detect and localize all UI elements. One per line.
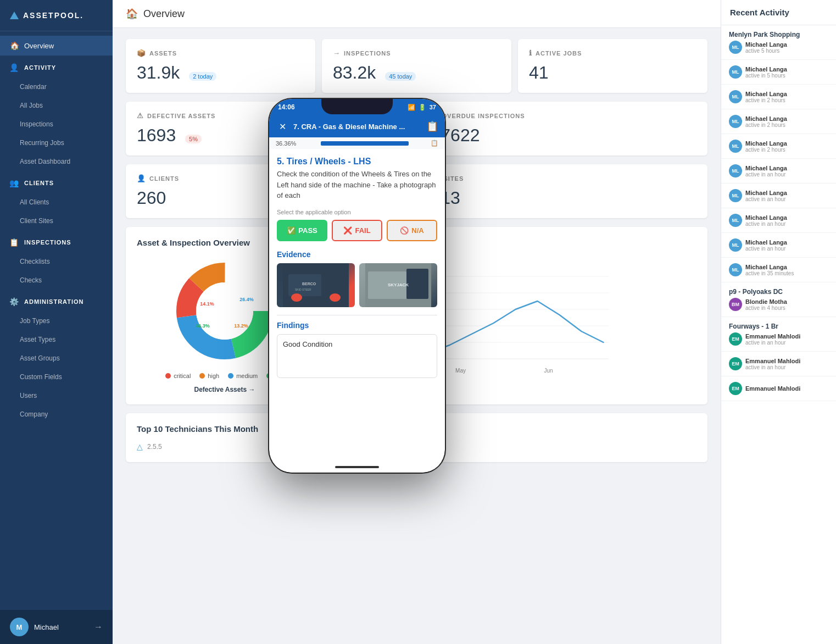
sidebar-item-asset-groups[interactable]: Asset Groups — [0, 349, 113, 368]
phone-options-row: ✅ PASS ❌ FAIL 🚫 N/A — [277, 220, 437, 241]
activity-user-row-0: ML Michael Langa active 5 hours — [729, 41, 828, 54]
app-container: ASSETPOOL. 🏠 Overview 👤 ACTIVITY Calenda… — [0, 0, 836, 644]
phone-fail-button[interactable]: ❌ FAIL — [332, 220, 382, 241]
sidebar-item-inspections[interactable]: Inspections — [0, 115, 113, 134]
phone-evidence-img-1: BERCO SKID STEER — [277, 263, 355, 307]
fail-label: FAIL — [355, 226, 370, 235]
legend-critical: critical — [165, 373, 191, 379]
admin-icon: ⚙️ — [10, 297, 19, 306]
phone-na-button[interactable]: 🚫 N/A — [387, 220, 437, 241]
sidebar-item-company[interactable]: Company — [0, 405, 113, 424]
na-icon: 🚫 — [400, 226, 409, 235]
sidebar-item-all-jobs[interactable]: All Jobs — [0, 96, 113, 115]
phone-section-title: 5. Tires / Wheels - LHS — [277, 157, 437, 166]
label-medium: 26.4% — [239, 297, 254, 302]
activity-avatar-4: ML — [729, 140, 742, 153]
sidebar-item-users[interactable]: Users — [0, 386, 113, 405]
logout-button[interactable]: → — [94, 622, 103, 632]
activity-avatar-0: ML — [729, 41, 742, 54]
sidebar-item-checks[interactable]: Checks — [0, 271, 113, 290]
activity-avatar-9: ML — [729, 263, 742, 276]
activity-avatar-5: ML — [729, 164, 742, 177]
activity-item-11: Fourways - 1 Br EM Emmanuel Mahlodi acti… — [721, 317, 836, 352]
stat-card-overdue: → OVERDUE INSPECTIONS 17622 — [420, 102, 708, 156]
x-label-jun: Jun — [544, 368, 553, 374]
home-icon: 🏠 — [10, 41, 19, 50]
activity-time-2: active in 2 hours — [745, 97, 787, 103]
sidebar-section-inspections: 📋 INSPECTIONS — [0, 230, 113, 252]
activity-user-info-3: Michael Langa active in 2 hours — [745, 115, 787, 128]
activity-item-8: ML Michael Langa active in an hour — [721, 233, 836, 258]
activity-item-6: ML Michael Langa active in an hour — [721, 184, 836, 208]
legend-dot-high — [199, 373, 205, 379]
activity-avatar-8: ML — [729, 238, 742, 252]
clients-stat-icon: 👤 — [137, 174, 146, 182]
phone-progress-text: 36.36% 📋 — [269, 137, 445, 149]
phone-notch — [321, 99, 393, 114]
inspections-icon: 📋 — [10, 238, 19, 247]
sidebar-item-all-clients[interactable]: All Clients — [0, 193, 113, 212]
label-high: 13.2% — [234, 323, 248, 329]
battery-icon: 🔋 — [419, 104, 426, 111]
phone-evidence-title: Evidence — [277, 250, 437, 259]
sites-label: 📍 SITES — [431, 174, 697, 182]
phone-findings-input[interactable]: Good Condition — [277, 334, 437, 378]
activity-user-name-8: Michael Langa — [745, 239, 787, 246]
activity-time-9: active in 35 minutes — [745, 270, 794, 276]
legend-high: high — [199, 373, 219, 379]
activity-header: Recent Activity — [721, 0, 836, 25]
stat-card-active-jobs: ℹ ACTIVE JOBS 41 — [518, 39, 707, 93]
sidebar-footer: M Michael → — [0, 610, 113, 644]
phone-home-indicator — [269, 462, 445, 473]
assets-icon: 📦 — [137, 49, 146, 57]
sites-value: 713 — [431, 188, 697, 208]
phone-close-button[interactable]: ✕ — [276, 120, 289, 133]
sidebar-item-checklists[interactable]: Checklists — [0, 252, 113, 271]
sidebar-item-client-sites[interactable]: Client Sites — [0, 212, 113, 230]
clients-section-label: CLIENTS — [24, 180, 54, 186]
activity-user-name-2: Michael Langa — [745, 91, 787, 97]
activity-item-5: ML Michael Langa active in an hour — [721, 159, 836, 184]
activity-user-name-3: Michael Langa — [745, 115, 787, 122]
sidebar-item-recurring-jobs[interactable]: Recurring Jobs — [0, 134, 113, 152]
activity-user-info-6: Michael Langa active in an hour — [745, 190, 787, 202]
inspections-stat-icon: → — [333, 49, 341, 57]
phone-divider — [277, 315, 437, 315]
calendar-label: Calendar — [20, 83, 47, 91]
phone-body: 5. Tires / Wheels - LHS Check the condit… — [269, 149, 445, 462]
checklists-label: Checklists — [20, 258, 50, 265]
inspections-label: Inspections — [20, 120, 53, 128]
legend-dot-critical — [165, 373, 171, 379]
activity-user-row-5: ML Michael Langa active in an hour — [729, 164, 828, 177]
activity-item-9: ML Michael Langa active in 35 minutes — [721, 258, 836, 282]
activity-user-info-0: Michael Langa active 5 hours — [745, 41, 787, 54]
machine-svg-1: BERCO SKID STEER — [277, 263, 355, 307]
phone-progress-bar-fill — [321, 141, 409, 146]
defective-assets-link[interactable]: Defective Assets → — [194, 386, 255, 393]
phone-menu-icon[interactable]: 📋 — [426, 120, 438, 132]
svg-rect-3 — [330, 293, 341, 302]
sidebar-item-job-types[interactable]: Job Types — [0, 312, 113, 330]
activity-user-row-8: ML Michael Langa active in an hour — [729, 238, 828, 252]
sidebar-item-overview[interactable]: 🏠 Overview — [0, 36, 113, 55]
activity-icon: 👤 — [10, 63, 19, 72]
sidebar-item-asset-types[interactable]: Asset Types — [0, 330, 113, 349]
legend-medium: medium — [228, 373, 258, 379]
phone-pass-button[interactable]: ✅ PASS — [277, 220, 327, 241]
sidebar-item-calendar[interactable]: Calendar — [0, 77, 113, 96]
sidebar-section-clients: 👥 CLIENTS — [0, 171, 113, 193]
activity-time-3: active in 2 hours — [745, 122, 787, 128]
user-name: Michael — [34, 623, 88, 631]
sidebar-item-asset-dashboard[interactable]: Asset Dashboard — [0, 152, 113, 171]
activity-user-info-11: Emmanuel Mahlodi active in an hour — [745, 333, 800, 346]
active-jobs-label: ℹ ACTIVE JOBS — [529, 49, 696, 57]
activity-user-row-6: ML Michael Langa active in an hour — [729, 189, 828, 202]
active-jobs-value: 41 — [529, 63, 696, 83]
legend-label-high: high — [208, 373, 219, 379]
overview-icon: 🏠 — [126, 8, 138, 20]
phone-findings-title: Findings — [277, 321, 437, 330]
sidebar-item-custom-fields[interactable]: Custom Fields — [0, 368, 113, 386]
activity-user-name-6: Michael Langa — [745, 190, 787, 196]
phone-time: 14:06 — [278, 103, 295, 111]
sidebar-nav: 🏠 Overview 👤 ACTIVITY Calendar All Jobs … — [0, 31, 113, 610]
